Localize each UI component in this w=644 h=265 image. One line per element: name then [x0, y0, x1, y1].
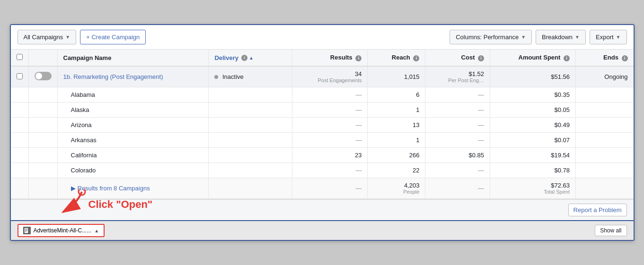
campaign-results-sub: Post Engagements — [298, 77, 362, 83]
campaign-checkbox-cell — [11, 66, 29, 87]
breakdown-label: Breakdown — [542, 34, 573, 41]
dropdown-arrow-icon: ▼ — [65, 34, 70, 40]
columns-button[interactable]: Columns: Performance ▼ — [450, 30, 532, 44]
campaign-cost-cell: $1.52 Per Post Eng… — [425, 66, 490, 87]
report-problem-link[interactable]: Report a Problem — [568, 204, 627, 216]
region-name-4: Arkansas — [57, 133, 209, 148]
region-results-6: — — [292, 163, 368, 178]
taskbar: AdvertiseMint-All-C...... ▲ Show all — [11, 220, 634, 240]
summary-label: Results from 8 Campaigns — [78, 185, 150, 192]
region-reach-3: 13 — [368, 118, 425, 133]
summary-spent-sub: Total Spent — [496, 189, 570, 195]
region-results-1: — — [292, 87, 368, 103]
region-name-1: Alabama — [57, 87, 209, 103]
campaign-spent-value: $51.56 — [551, 73, 570, 80]
campaign-reach-cell: 1,015 — [368, 66, 425, 87]
campaign-toggle-cell — [28, 66, 57, 87]
taskbar-left: AdvertiseMint-All-C...... ▲ — [18, 224, 105, 237]
summary-spent-cell: $72.63 Total Spent — [490, 178, 576, 199]
region-spent-3: $0.49 — [490, 118, 576, 133]
region-results-2: — — [292, 103, 368, 118]
taskbar-wrapper: Click "Open" AdvertiseMint-All-C...... ▲ — [11, 220, 634, 240]
header-reach: Reach i — [368, 50, 425, 66]
region-row-colorado: Colorado — 22 — $0.78 — [11, 163, 634, 178]
campaign-results-value: 34 — [355, 70, 362, 77]
campaign-ends-cell: Ongoing — [575, 66, 633, 87]
summary-label-cell: ▶ Results from 8 Campaigns — [57, 178, 209, 199]
sort-arrow-icon: ▲ — [249, 55, 254, 60]
region-spent-6: $0.78 — [490, 163, 576, 178]
cost-label: Cost — [461, 54, 475, 61]
export-button[interactable]: Export ▼ — [590, 30, 626, 44]
campaign-delivery-cell: Inactive — [209, 66, 292, 87]
results-label: Results — [330, 54, 353, 61]
campaign-ends-value: Ongoing — [604, 73, 627, 80]
campaigns-table: Campaign Name Delivery i ▲ Results i — [11, 50, 634, 199]
reach-label: Reach — [392, 54, 410, 61]
header-toggle-cell — [28, 50, 57, 66]
region-cost-3: — — [425, 118, 490, 133]
campaign-checkbox[interactable] — [17, 73, 23, 79]
region-ends-1 — [575, 87, 633, 103]
campaign-cost-sub: Per Post Eng… — [431, 77, 484, 83]
region-check-1 — [11, 87, 29, 103]
campaign-results-cell: 34 Post Engagements — [292, 66, 368, 87]
expand-results-button[interactable]: ▶ Results from 8 Campaigns — [71, 185, 150, 192]
table-header-row: Campaign Name Delivery i ▲ Results i — [11, 50, 634, 66]
region-cost-6: — — [425, 163, 490, 178]
region-toggle-1 — [28, 87, 57, 103]
create-campaign-label: + Create Campaign — [86, 34, 140, 41]
region-spent-4: $0.07 — [490, 133, 576, 148]
region-spent-2: $0.05 — [490, 103, 576, 118]
header-results: Results i — [292, 50, 368, 66]
cost-info-icon: i — [478, 55, 484, 61]
campaign-link[interactable]: 1b. Remarketing (Post Engagement) — [63, 73, 163, 80]
results-info-icon: i — [355, 55, 362, 61]
region-row-alaska: Alaska — 1 — $0.05 — [11, 103, 634, 118]
region-row-california: California 23 266 $0.85 $19.54 — [11, 148, 634, 163]
breakdown-button[interactable]: Breakdown ▼ — [536, 30, 586, 44]
region-cost-5: $0.85 — [425, 148, 490, 163]
create-campaign-button[interactable]: + Create Campaign — [80, 30, 146, 44]
campaign-name-cell: 1b. Remarketing (Post Engagement) — [57, 66, 209, 87]
region-results-3: — — [292, 118, 368, 133]
taskbar-chevron-icon: ▲ — [94, 228, 99, 233]
region-delivery-1 — [209, 87, 292, 103]
bottom-bar: Report a Problem — [11, 199, 634, 220]
amount-spent-info-icon: i — [564, 55, 570, 61]
export-dropdown-icon: ▼ — [616, 34, 621, 40]
ends-label: Ends — [603, 54, 618, 61]
region-results-5: 23 — [292, 148, 368, 163]
region-reach-5: 266 — [368, 148, 425, 163]
summary-results-cell: — — [292, 178, 368, 199]
summary-reach-cell: 4,203 People — [368, 178, 425, 199]
summary-reach-sub: People — [373, 189, 419, 195]
all-campaigns-button[interactable]: All Campaigns ▼ — [18, 30, 77, 44]
campaign-toggle[interactable] — [35, 72, 52, 80]
region-row-arkansas: Arkansas — 1 — $0.07 — [11, 133, 634, 148]
toolbar: All Campaigns ▼ + Create Campaign Column… — [11, 25, 634, 50]
delivery-info-icon: i — [241, 55, 247, 61]
taskbar-file-item[interactable]: AdvertiseMint-All-C...... ▲ — [18, 224, 105, 237]
region-cost-1: — — [425, 87, 490, 103]
select-all-checkbox[interactable] — [17, 54, 23, 60]
campaigns-table-wrap: Campaign Name Delivery i ▲ Results i — [11, 50, 634, 199]
delivery-label: Delivery — [214, 54, 238, 61]
campaign-cost-value: $1.52 — [469, 70, 485, 77]
summary-spent-value: $72.63 — [551, 182, 570, 189]
campaign-reach-value: 1,015 — [404, 73, 420, 80]
region-cost-4: — — [425, 133, 490, 148]
export-label: Export — [596, 34, 614, 41]
ends-info-icon: i — [622, 55, 628, 61]
header-delivery[interactable]: Delivery i ▲ — [209, 50, 292, 66]
region-reach-2: 1 — [368, 103, 425, 118]
region-name-2: Alaska — [57, 103, 209, 118]
all-campaigns-label: All Campaigns — [24, 34, 63, 41]
show-all-button[interactable]: Show all — [595, 225, 626, 236]
campaign-row: 1b. Remarketing (Post Engagement) Inacti… — [11, 66, 634, 87]
breakdown-dropdown-icon: ▼ — [575, 34, 580, 40]
region-reach-4: 1 — [368, 133, 425, 148]
header-campaign-name: Campaign Name — [57, 50, 209, 66]
reach-info-icon: i — [413, 55, 419, 61]
region-reach-6: 22 — [368, 163, 425, 178]
